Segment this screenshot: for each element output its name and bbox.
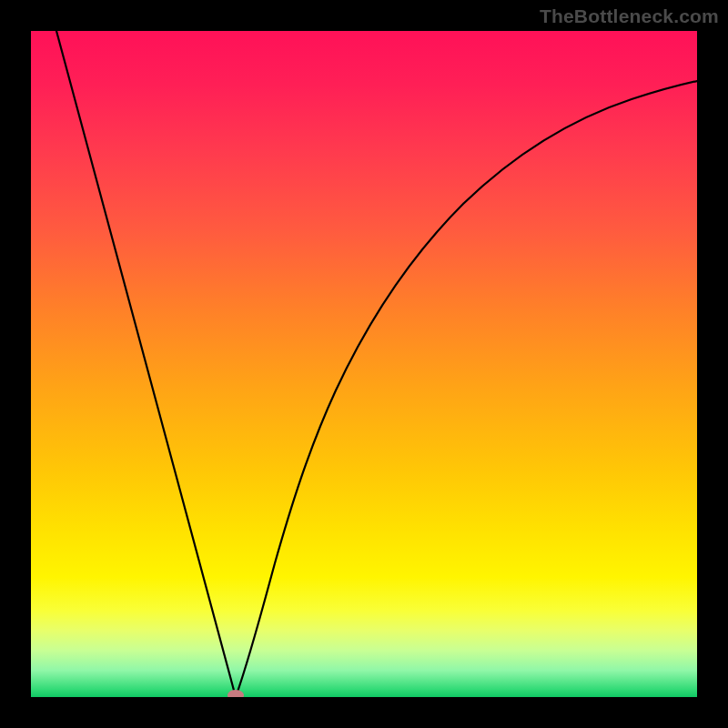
optimal-point-marker (228, 690, 244, 697)
plot-area (31, 31, 697, 697)
bottleneck-curve (31, 31, 697, 697)
curve-left-branch (56, 31, 236, 697)
chart-frame: TheBottleneck.com (0, 0, 728, 728)
watermark-text: TheBottleneck.com (540, 5, 719, 27)
curve-right-branch (236, 81, 697, 697)
